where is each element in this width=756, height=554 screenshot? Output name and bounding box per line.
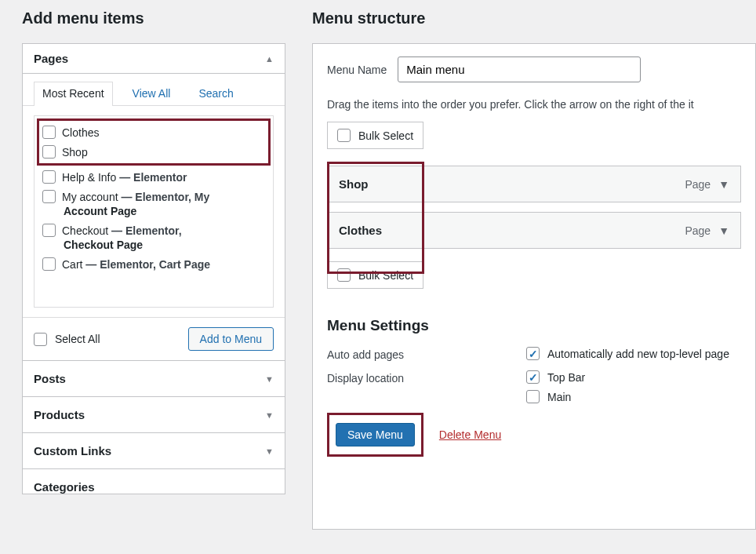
list-item-subline: Account Page [42, 205, 265, 217]
checkbox[interactable] [42, 224, 56, 237]
checkbox[interactable] [526, 347, 540, 360]
chevron-down-icon: ▼ [718, 224, 729, 237]
list-item-label: Clothes [62, 126, 99, 139]
chevron-down-icon: ▼ [718, 178, 729, 191]
drag-instructions: Drag the items into the order you prefer… [327, 98, 741, 111]
menu-items-list: Shop Page ▼ Clothes Page ▼ [327, 162, 741, 249]
checkbox[interactable] [42, 126, 56, 139]
collapse-up-icon: ▲ [265, 54, 274, 64]
categories-section-title: Categories [34, 480, 95, 494]
menu-structure-heading: Menu structure [312, 9, 756, 27]
list-item[interactable]: Checkout — Elementor, [42, 221, 265, 240]
list-item[interactable]: Cart — Elementor, Cart Page [42, 254, 265, 274]
pages-section-title: Pages [34, 52, 68, 65]
list-item-label: Shop [62, 146, 88, 159]
checkbox[interactable] [337, 129, 351, 142]
menu-name-label: Menu Name [327, 64, 387, 76]
checkbox[interactable] [526, 390, 540, 403]
list-item[interactable]: Shop [42, 142, 265, 162]
tab-view-all[interactable]: View All [124, 82, 180, 106]
pages-section: Pages ▲ Most Recent View All Search Clot… [22, 43, 285, 361]
products-section-header[interactable]: Products ▼ [22, 397, 285, 433]
pages-section-header[interactable]: Pages ▲ [23, 44, 285, 74]
display-location-label: Display location [327, 370, 526, 385]
list-item-subline: Checkout Page [42, 239, 265, 251]
save-row: Save Menu Delete Menu [327, 413, 741, 457]
select-all[interactable]: Select All [34, 333, 100, 346]
menu-item-type[interactable]: Page ▼ [685, 178, 729, 191]
categories-section-header[interactable]: Categories [22, 469, 285, 494]
custom-links-section-title: Custom Links [34, 444, 111, 457]
custom-links-section-header[interactable]: Custom Links ▼ [22, 433, 285, 469]
checkbox[interactable] [42, 190, 56, 203]
posts-section-title: Posts [34, 372, 66, 385]
tab-search[interactable]: Search [190, 82, 242, 106]
pages-tabs: Most Recent View All Search [23, 74, 285, 106]
list-item[interactable]: My account — Elementor, My [42, 187, 265, 206]
menu-item-type[interactable]: Page ▼ [685, 224, 729, 237]
pages-footer: Select All Add to Menu [23, 317, 285, 360]
select-all-label: Select All [55, 333, 100, 345]
chevron-down-icon: ▼ [265, 374, 274, 384]
checkbox[interactable] [34, 333, 47, 346]
add-to-menu-button[interactable]: Add to Menu [188, 327, 274, 351]
highlight-box-pages: Clothes Shop [37, 118, 271, 166]
posts-section-header[interactable]: Posts ▼ [22, 361, 285, 397]
list-item[interactable]: Clothes [42, 122, 265, 142]
pages-tab-content: Clothes Shop Help & Info — Elementor [23, 106, 285, 317]
tab-most-recent[interactable]: Most Recent [34, 82, 113, 106]
add-items-heading: Add menu items [22, 9, 285, 27]
highlight-box-save: Save Menu [327, 413, 423, 457]
auto-add-option[interactable]: Automatically add new top-level page [526, 347, 729, 360]
auto-add-label: Auto add pages [327, 347, 526, 361]
checkbox[interactable] [42, 257, 56, 271]
checkbox[interactable] [42, 170, 56, 184]
chevron-down-icon: ▼ [265, 410, 274, 420]
save-menu-button[interactable]: Save Menu [336, 423, 415, 446]
delete-menu-link[interactable]: Delete Menu [439, 428, 501, 441]
menu-panel: Menu Name Drag the items into the order … [312, 43, 756, 530]
location-option-top-bar[interactable]: Top Bar [526, 370, 585, 384]
list-item-label: Cart — Elementor, Cart Page [62, 258, 210, 271]
checkbox[interactable] [42, 145, 56, 159]
list-item-label: Help & Info — Elementor [62, 171, 187, 184]
products-section-title: Products [34, 408, 85, 421]
list-item-label: My account — Elementor, My [62, 191, 209, 203]
highlight-box-menu-items [327, 162, 424, 274]
auto-add-option-label: Automatically add new top-level page [547, 348, 729, 360]
auto-add-row: Auto add pages Automatically add new top… [327, 347, 741, 361]
location-option-label: Top Bar [547, 371, 585, 384]
pages-checklist[interactable]: Clothes Shop Help & Info — Elementor [34, 115, 274, 308]
location-option-label: Main [547, 391, 571, 403]
list-item-label: Checkout — Elementor, [62, 224, 182, 237]
checkbox[interactable] [526, 370, 540, 384]
bulk-select-top[interactable]: Bulk Select [327, 122, 423, 149]
chevron-down-icon: ▼ [265, 446, 274, 456]
display-location-row: Display location Top Bar Main [327, 370, 741, 403]
menu-settings-heading: Menu Settings [327, 317, 741, 334]
list-item[interactable]: Help & Info — Elementor [42, 167, 265, 187]
location-option-main[interactable]: Main [526, 390, 585, 403]
menu-name-input[interactable] [398, 56, 641, 82]
bulk-select-label: Bulk Select [358, 129, 413, 142]
